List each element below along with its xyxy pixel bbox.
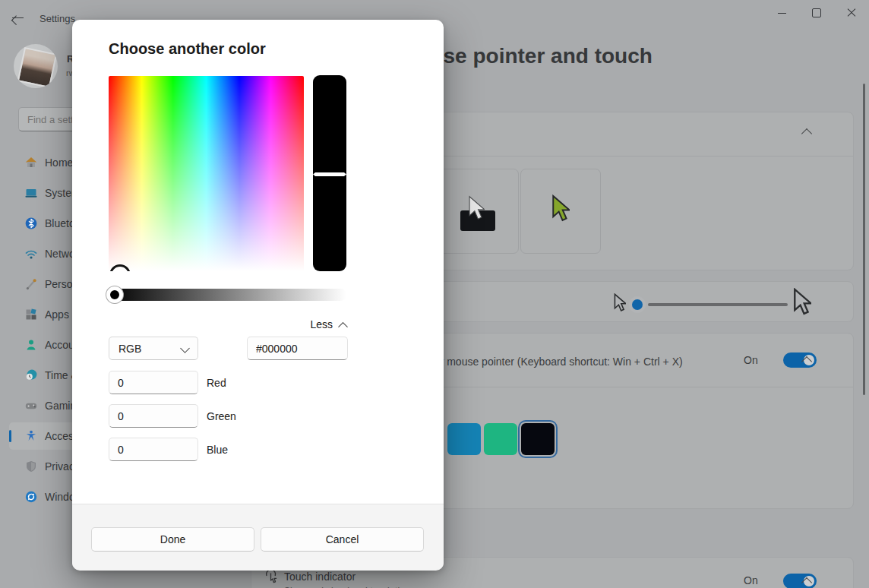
- choose-color-dialog: Choose another color Less RGB Red Green …: [72, 20, 444, 570]
- color-format-dropdown[interactable]: RGB: [109, 337, 198, 360]
- green-input[interactable]: [109, 404, 198, 428]
- white-cursor-icon: [468, 195, 485, 221]
- value-slider-thumb[interactable]: [313, 172, 346, 176]
- touch-indicator-label: Touch indicator: [284, 571, 356, 583]
- blue-input[interactable]: [109, 438, 198, 461]
- saturation-picker[interactable]: [109, 76, 304, 271]
- dialog-title: Choose another color: [109, 40, 266, 58]
- minimize-icon: [778, 13, 786, 14]
- color-selection-ring[interactable]: [109, 264, 131, 271]
- done-button[interactable]: Done: [91, 527, 254, 552]
- wifi-icon: [25, 248, 37, 260]
- toggle-state-label: On: [744, 354, 758, 366]
- pointer-color-toggle[interactable]: [783, 352, 817, 368]
- pointer-style-option-inverted[interactable]: [438, 169, 519, 254]
- scrollbar[interactable]: [863, 84, 865, 395]
- clock-icon: [25, 369, 37, 381]
- green-label: Green: [207, 410, 236, 422]
- maximize-icon: [812, 8, 821, 17]
- size-slider-track[interactable]: [648, 303, 788, 306]
- person-icon: [25, 339, 37, 351]
- color-format-value: RGB: [118, 343, 141, 355]
- gamepad-icon: [25, 400, 37, 412]
- avatar-photo: [17, 47, 58, 88]
- color-swatch-black-selected[interactable]: [521, 423, 555, 455]
- paintbrush-icon: [25, 278, 37, 290]
- close-button[interactable]: [834, 0, 869, 26]
- accessibility-icon: [25, 430, 37, 442]
- red-input[interactable]: [109, 371, 198, 394]
- touch-indicator-toggle[interactable]: [783, 574, 817, 588]
- cancel-button[interactable]: Cancel: [261, 527, 424, 552]
- color-swatch-blue[interactable]: [447, 423, 481, 455]
- red-label: Red: [207, 377, 226, 389]
- color-swatch-green[interactable]: [484, 423, 517, 455]
- hex-input[interactable]: [247, 337, 348, 360]
- large-cursor-icon: [793, 288, 811, 316]
- apps-icon: [25, 308, 37, 321]
- blue-label: Blue: [207, 444, 228, 456]
- shield-icon: [25, 460, 37, 473]
- toggle-state-label: On: [744, 574, 758, 586]
- system-icon: [25, 187, 37, 199]
- avatar[interactable]: [14, 44, 58, 88]
- pointer-style-option-custom[interactable]: [520, 169, 601, 254]
- settings-window: Settings R rw Home System Bluetooth & de…: [0, 0, 869, 588]
- less-label: Less: [310, 318, 333, 330]
- shade-slider[interactable]: [109, 289, 346, 301]
- size-slider-thumb[interactable]: [632, 299, 643, 310]
- back-button[interactable]: [12, 12, 24, 24]
- sidebar-item-label: Home: [45, 156, 73, 169]
- bluetooth-icon: [25, 217, 37, 229]
- touch-icon: [264, 569, 279, 586]
- sidebar-item-label: Apps: [45, 308, 69, 321]
- less-button[interactable]: Less: [310, 318, 346, 330]
- chevron-up-icon: [338, 321, 348, 331]
- green-cursor-icon: [551, 194, 570, 223]
- minimize-button[interactable]: [764, 0, 799, 26]
- dialog-footer: Done Cancel: [72, 504, 444, 571]
- value-slider[interactable]: [313, 75, 346, 271]
- selected-indicator: [9, 430, 11, 442]
- shade-slider-thumb[interactable]: [106, 286, 123, 303]
- back-arrow-icon: [12, 12, 24, 24]
- maximize-button[interactable]: [799, 0, 834, 26]
- app-title: Settings: [40, 13, 75, 24]
- close-icon: [847, 8, 856, 17]
- small-cursor-icon: [614, 293, 626, 312]
- home-icon: [25, 156, 37, 169]
- update-icon: [25, 491, 37, 503]
- chevron-down-icon: [180, 343, 190, 353]
- chevron-up-icon[interactable]: [801, 128, 812, 139]
